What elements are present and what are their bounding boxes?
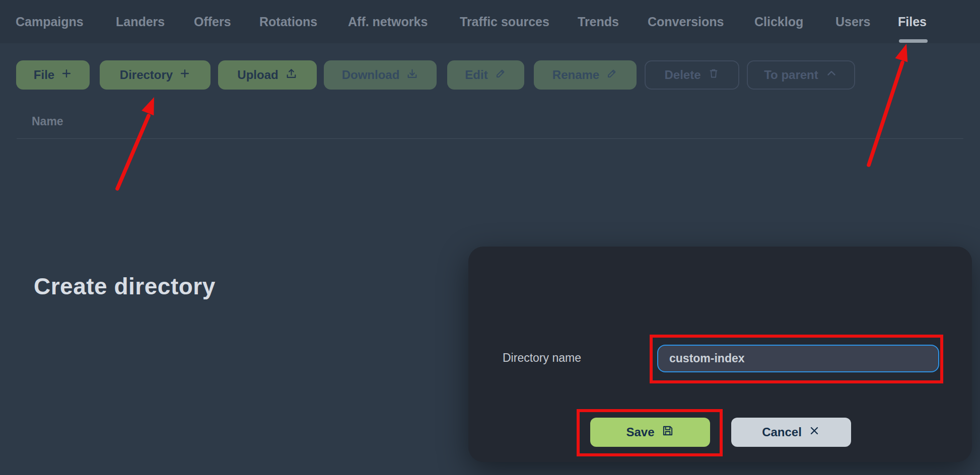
table-column-name: Name <box>32 115 63 128</box>
download-icon <box>406 67 418 83</box>
rename-label: Rename <box>552 68 599 82</box>
close-icon <box>808 425 820 440</box>
directory-create-label: Directory <box>120 68 173 82</box>
pencil-icon <box>495 67 507 83</box>
trash-icon <box>708 67 720 83</box>
save-label: Save <box>626 425 654 439</box>
save-floppy-icon <box>661 424 674 440</box>
nav-tab-clicklog[interactable]: Clicklog <box>754 0 803 43</box>
nav-tab-campaigns[interactable]: Campaigns <box>16 0 84 43</box>
upload-button[interactable]: Upload <box>218 60 317 90</box>
modal-title: Create directory <box>34 273 216 300</box>
annotation-arrow-directory <box>117 97 154 189</box>
upload-icon <box>285 67 298 83</box>
cancel-button[interactable]: Cancel <box>731 418 851 447</box>
file-create-button[interactable]: File <box>16 60 90 90</box>
nav-tab-offers[interactable]: Offers <box>194 0 231 43</box>
rename-button[interactable]: Rename <box>534 60 637 90</box>
chevron-up-icon <box>825 67 838 83</box>
delete-label: Delete <box>664 68 701 82</box>
nav-tab-landers[interactable]: Landers <box>116 0 165 43</box>
upload-label: Upload <box>237 68 278 82</box>
to-parent-label: To parent <box>764 68 818 82</box>
nav-tab-conversions[interactable]: Conversions <box>648 0 724 43</box>
nav-tab-aff-networks[interactable]: Aff. networks <box>348 0 428 43</box>
active-tab-underline <box>899 39 928 43</box>
top-navbar: Campaigns Landers Offers Rotations Aff. … <box>0 0 980 43</box>
download-label: Download <box>342 68 400 82</box>
save-button[interactable]: Save <box>590 418 710 447</box>
page: { "nav": { "items": [ {"label": "Campaig… <box>0 0 980 475</box>
file-create-label: File <box>34 68 54 82</box>
nav-tab-trends[interactable]: Trends <box>578 0 619 43</box>
annotation-arrow-files <box>869 44 907 165</box>
cancel-label: Cancel <box>762 425 802 439</box>
delete-button[interactable]: Delete <box>645 60 739 90</box>
edit-label: Edit <box>465 68 487 82</box>
edit-button[interactable]: Edit <box>447 60 524 90</box>
download-button[interactable]: Download <box>324 60 437 90</box>
table-header-divider <box>17 138 963 139</box>
pencil-icon <box>606 67 618 83</box>
to-parent-button[interactable]: To parent <box>747 60 855 90</box>
directory-name-input[interactable] <box>657 345 939 372</box>
nav-tab-files[interactable]: Files <box>898 0 927 43</box>
nav-tab-traffic-sources[interactable]: Traffic sources <box>460 0 549 43</box>
nav-tab-rotations[interactable]: Rotations <box>259 0 317 43</box>
directory-create-button[interactable]: Directory <box>100 60 211 90</box>
nav-tab-users[interactable]: Users <box>835 0 871 43</box>
plus-icon <box>61 68 72 82</box>
plus-icon <box>179 68 190 82</box>
directory-name-label: Directory name <box>503 351 581 365</box>
